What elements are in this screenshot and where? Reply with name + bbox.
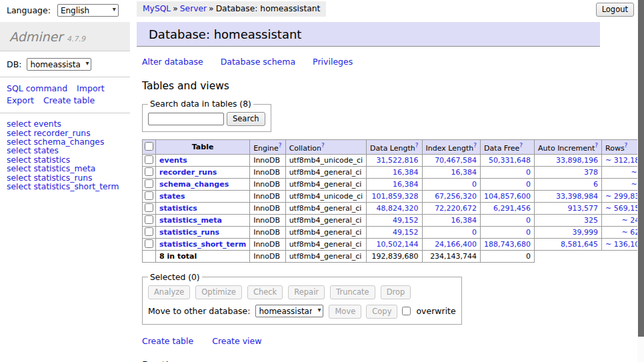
search-button[interactable]: Search xyxy=(227,112,265,126)
move-button[interactable]: Move xyxy=(329,305,361,319)
database-schema-link[interactable]: Database schema xyxy=(221,57,295,67)
alter-database-link[interactable]: Alter database xyxy=(142,57,203,67)
drop-button[interactable]: Drop xyxy=(381,285,411,299)
optimize-button[interactable]: Optimize xyxy=(195,285,242,299)
sidebar-table-link[interactable]: select schema_changes xyxy=(7,138,123,147)
select-all-checkbox[interactable] xyxy=(145,142,153,151)
data-length-link[interactable]: 16,384 xyxy=(393,180,419,189)
table-link[interactable]: events xyxy=(159,156,187,165)
data-free-link[interactable]: 0 xyxy=(526,228,531,237)
data-free-link[interactable]: 6,291,456 xyxy=(493,204,531,213)
data-free-link[interactable]: 0 xyxy=(526,180,531,189)
breadcrumb-link-server[interactable]: Server xyxy=(180,4,207,13)
index-length-link[interactable]: 0 xyxy=(472,180,477,189)
move-db-select[interactable]: homeassistant xyxy=(255,305,323,317)
sidebar-table-link[interactable]: select states xyxy=(7,147,123,155)
data-free-link[interactable]: 188,743,680 xyxy=(484,240,531,249)
auto-increment-link[interactable]: 39,999 xyxy=(573,228,599,237)
auto-increment-link[interactable]: 378 xyxy=(584,168,598,177)
move-row: Move to other database: homeassistant Mo… xyxy=(148,305,456,319)
sidebar-link-sql-command[interactable]: SQL command xyxy=(7,83,67,93)
language-select[interactable]: English xyxy=(57,4,119,17)
collation-cell: utf8mb4_unicode_ci xyxy=(285,154,366,166)
scrollbar-thumb[interactable] xyxy=(638,0,644,337)
data-free-link[interactable]: 104,857,600 xyxy=(484,192,531,201)
table-link[interactable]: statistics_meta xyxy=(159,216,222,225)
row-checkbox[interactable] xyxy=(145,239,153,248)
sidebar-link-export[interactable]: Export xyxy=(7,95,34,105)
db-select[interactable]: homeassistant xyxy=(27,58,91,71)
table-link[interactable]: statistics_runs xyxy=(159,228,219,237)
data-length-link[interactable]: 31,522,816 xyxy=(377,156,419,165)
privileges-link[interactable]: Privileges xyxy=(313,57,353,67)
overwrite-checkbox[interactable] xyxy=(402,307,411,315)
sidebar-link-create-table[interactable]: Create table xyxy=(43,95,95,105)
auto-increment-link[interactable]: 33,398,984 xyxy=(556,192,598,201)
header-auto-increment: Auto Increment? xyxy=(535,140,602,155)
help-link[interactable]: ? xyxy=(415,142,419,149)
data-free-link[interactable]: 0 xyxy=(526,216,531,225)
row-checkbox[interactable] xyxy=(145,179,153,188)
row-checkbox[interactable] xyxy=(145,215,153,224)
row-checkbox[interactable] xyxy=(145,191,153,200)
help-link[interactable]: ? xyxy=(519,142,523,149)
data-length-link[interactable]: 16,384 xyxy=(393,168,419,177)
search-input[interactable] xyxy=(148,113,224,125)
table-link[interactable]: statistics_short_term xyxy=(159,240,246,249)
index-length-link[interactable]: 16,384 xyxy=(451,216,477,225)
index-length-link[interactable]: 16,384 xyxy=(451,168,477,177)
analyze-button[interactable]: Analyze xyxy=(148,285,190,299)
language-select-wrap: English xyxy=(57,4,119,17)
collation-cell: utf8mb4_general_ci xyxy=(285,238,366,250)
sidebar-table-link[interactable]: select statistics xyxy=(7,156,123,165)
table-link[interactable]: recorder_runs xyxy=(159,168,217,177)
sidebar-table-link[interactable]: select statistics_meta xyxy=(7,165,123,173)
help-link[interactable]: ? xyxy=(279,142,282,149)
vertical-scrollbar[interactable] xyxy=(637,0,644,362)
data-length-link[interactable]: 10,502,144 xyxy=(377,240,419,249)
table-link[interactable]: statistics xyxy=(159,204,197,213)
sidebar-table-link[interactable]: select recorder_runs xyxy=(7,129,123,138)
tables-heading: Tables and views xyxy=(142,80,637,92)
row-checkbox[interactable] xyxy=(145,227,153,236)
table-link[interactable]: schema_changes xyxy=(159,180,229,189)
truncate-button[interactable]: Truncate xyxy=(330,285,375,299)
help-link[interactable]: ? xyxy=(473,142,477,149)
index-length-link[interactable]: 24,166,400 xyxy=(435,240,477,249)
row-checkbox[interactable] xyxy=(145,203,153,212)
breadcrumb-link-mysql[interactable]: MySQL xyxy=(143,4,171,13)
auto-increment-link[interactable]: 913,577 xyxy=(568,204,599,213)
index-length-link[interactable]: 70,467,584 xyxy=(435,156,477,165)
row-checkbox[interactable] xyxy=(145,167,153,176)
create-table-link[interactable]: Create table xyxy=(142,336,193,346)
data-length-link[interactable]: 48,824,320 xyxy=(377,204,419,213)
index-length-link[interactable]: 0 xyxy=(472,228,477,237)
repair-button[interactable]: Repair xyxy=(288,285,325,299)
db-action-links: Alter database Database schema Privilege… xyxy=(142,57,637,67)
logout-button[interactable]: Logout xyxy=(596,3,634,17)
help-link[interactable]: ? xyxy=(595,142,598,149)
sidebar-table-link[interactable]: select statistics_runs xyxy=(7,174,123,183)
sidebar-link-import[interactable]: Import xyxy=(77,83,105,93)
data-length-link[interactable]: 101,859,328 xyxy=(372,192,419,201)
auto-increment-link[interactable]: 8,581,645 xyxy=(561,240,598,249)
engine-cell: InnoDB xyxy=(250,190,285,202)
data-length-link[interactable]: 49,152 xyxy=(393,216,419,225)
create-view-link[interactable]: Create view xyxy=(212,336,261,346)
help-link[interactable]: ? xyxy=(321,142,325,149)
auto-increment-link[interactable]: 325 xyxy=(584,216,598,225)
data-free-link[interactable]: 50,331,648 xyxy=(489,156,531,165)
auto-increment-link[interactable]: 6 xyxy=(593,180,598,189)
index-length-link[interactable]: 67,256,320 xyxy=(435,192,477,201)
sidebar-table-link[interactable]: select statistics_short_term xyxy=(7,183,123,191)
sidebar-table-link[interactable]: select events xyxy=(7,120,123,129)
table-link[interactable]: states xyxy=(159,192,185,201)
data-length-link[interactable]: 49,152 xyxy=(393,228,419,237)
auto-increment-link[interactable]: 33,898,196 xyxy=(556,156,598,165)
help-link[interactable]: ? xyxy=(625,142,628,149)
copy-button[interactable]: Copy xyxy=(366,305,397,319)
row-checkbox[interactable] xyxy=(145,155,153,164)
data-free-link[interactable]: 0 xyxy=(526,168,531,177)
index-length-link[interactable]: 72,220,672 xyxy=(435,204,477,213)
check-button[interactable]: Check xyxy=(247,285,283,299)
